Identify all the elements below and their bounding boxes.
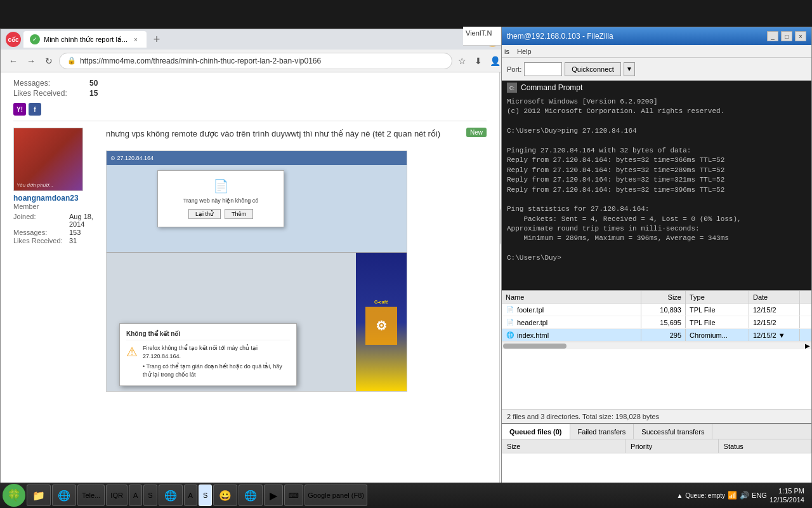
col-priority[interactable]: Priority — [625, 439, 718, 453]
taskbar-clock: 1:15 PM 12/15/2014 — [769, 486, 804, 505]
fz-file-header: Name Size Type Date — [502, 291, 811, 304]
browser-content: Messages: 50 Likes Received: 15 Y! f Yêu… — [1, 72, 507, 501]
taskbar-item-1[interactable]: 📁 — [27, 485, 51, 506]
file-date-header: 12/15/2 — [749, 316, 800, 328]
cmd-line4: C:\Users\Duy>ping 27.120.84.164 — [507, 127, 637, 135]
fz-scrollbar-horizontal[interactable]: ▶ — [502, 342, 811, 349]
file-size-footer: 10,893 — [641, 304, 686, 316]
taskbar-item-web[interactable]: 🌐 — [239, 485, 263, 506]
fz-scrollbar-thumb-h[interactable] — [503, 344, 566, 349]
post-avatar: Yêu đơn phươ... — [13, 128, 83, 191]
port-input[interactable] — [524, 62, 562, 76]
tab-close-button[interactable]: × — [131, 35, 140, 44]
joined-label: Joined: — [13, 213, 64, 228]
taskbar-item-fz[interactable]: S — [199, 485, 212, 506]
quickconnect-arrow[interactable]: ▼ — [624, 62, 635, 76]
post-messages-label: Messages: — [13, 229, 64, 236]
fz-close-btn[interactable]: × — [795, 31, 806, 41]
post-likes-value: 31 — [69, 237, 77, 244]
fz-file-list: Name Size Type Date 📄 footer.tpl 10,893 … — [502, 290, 811, 409]
tray-expand-btn[interactable]: ▲ — [676, 492, 683, 499]
fz-window-controls: _ □ × — [767, 31, 806, 41]
scroll-right-arrow[interactable]: ▶ — [805, 342, 810, 349]
file-row-header[interactable]: 📄 header.tpl 15,695 TPL File 12/15/2 — [502, 316, 811, 329]
fz-queue-tab-active[interactable]: Queued files (0) — [502, 424, 570, 439]
fz-minimize-btn[interactable]: _ — [767, 31, 778, 41]
post-role: Member — [13, 203, 96, 210]
cmd-line10: Reply from 27.120.84.164: bytes=32 time=… — [507, 186, 724, 194]
fz-maximize-btn[interactable]: □ — [781, 31, 792, 41]
col-name-header[interactable]: Name — [502, 291, 641, 303]
back-button[interactable]: ← — [6, 53, 21, 69]
cmd-icon: C: — [507, 83, 517, 93]
quickconnect-button[interactable]: Quickconnect — [565, 62, 621, 76]
taskbar-item-browser[interactable]: 🌐 — [159, 485, 183, 506]
taskbar-item-emoji[interactable]: 😀 — [213, 485, 237, 506]
new-tab-button[interactable]: + — [149, 32, 164, 47]
col-size[interactable]: Size — [502, 439, 625, 453]
fz-title: them@192.168.0.103 - FileZilla — [507, 32, 613, 41]
file-name-header: 📄 header.tpl — [502, 316, 641, 328]
col-status[interactable]: Status — [719, 439, 811, 453]
taskbar-item-chat[interactable]: Tele... — [77, 485, 105, 506]
fz-status-bar: 2 files and 3 directories. Total size: 1… — [502, 409, 811, 423]
dialog-more-btn[interactable]: Thêm — [225, 209, 253, 219]
messages-value: 50 — [89, 79, 98, 88]
col-type-header[interactable]: Type — [686, 291, 749, 303]
file-name-index: 🌐 index.html — [502, 329, 641, 341]
taskbar-item-s[interactable]: S — [143, 485, 157, 506]
forum-area: Messages: 50 Likes Received: 15 Y! f Yêu… — [1, 72, 499, 398]
error-detail-text: • Trang có thể tạm gián đoạn hết hoặc do… — [143, 363, 290, 378]
cmd-line17: C:\Users\Duy> — [507, 254, 561, 262]
dialog-buttons: Lại thử Thêm — [166, 209, 276, 219]
facebook-icon: f — [29, 103, 41, 116]
volume-icon: 🔊 — [740, 491, 749, 500]
browser-window: cốc ✓ Minh chính thức report lầ... × + 😁… — [0, 29, 508, 502]
post-container: Yêu đơn phươ... hoangnamdoan23 Member Jo… — [13, 121, 487, 392]
bookmark-star-icon[interactable]: ☆ — [455, 54, 469, 68]
taskbar-item-2[interactable]: 🌐 — [52, 485, 76, 506]
taskbar-sys-icons: 📶 🔊 ENG — [728, 491, 767, 500]
browser-tab-active[interactable]: ✓ Minh chính thức report lầ... × — [23, 31, 147, 48]
fz-queue-tab-success[interactable]: Successful transfers — [634, 424, 712, 439]
file-size-header: 15,695 — [641, 316, 686, 328]
inner-screenshot-bottom: G-café ⚙ Không thể kết nối ⚠ — [107, 253, 407, 392]
download-icon[interactable]: ⬇ — [471, 54, 485, 68]
cmd-line9: Reply from 27.120.84.164: bytes=32 time=… — [507, 176, 724, 184]
taskbar-item-a[interactable]: A — [129, 485, 142, 506]
file-row-footer[interactable]: 📄 footer.tpl 10,893 TPL File 12/15/2 — [502, 304, 811, 316]
dialog-retry-btn[interactable]: Lại thử — [188, 209, 221, 219]
start-button[interactable]: 🍀 — [3, 484, 25, 507]
col-date-header[interactable]: Date — [749, 291, 800, 303]
address-bar[interactable]: 🔒 https://mmo4me.com/threads/minh-chinh-… — [59, 53, 452, 69]
messages-row: Messages: 50 — [13, 79, 487, 88]
taskbar-item-panel[interactable]: Google panel (F8) — [304, 485, 367, 506]
refresh-button[interactable]: ↻ — [41, 53, 56, 69]
taskbar-item-play[interactable]: ▶ — [264, 485, 283, 506]
nav-icons: ☆ ⬇ 👤 — [455, 54, 502, 68]
taskbar-item-cmd[interactable]: ⌨ — [284, 485, 303, 506]
post-username[interactable]: hoangnamdoan23 — [13, 194, 96, 203]
post-meta: Joined: Aug 18, 2014 Messages: 153 Likes… — [13, 213, 96, 244]
new-badge: New — [466, 128, 487, 137]
fz-menu-help[interactable]: Help — [517, 48, 532, 55]
network-icon: 📶 — [728, 491, 737, 500]
queue-status-text: Queue: empty — [685, 492, 725, 499]
error-warning-icon: ⚠ — [126, 344, 138, 378]
file-type-index: Chromium... — [686, 329, 749, 341]
lang-indicator[interactable]: ENG — [752, 491, 767, 499]
file-date-index: 12/15/2 ▼ — [749, 329, 800, 341]
joined-value: Aug 18, 2014 — [69, 213, 96, 228]
file-row-index[interactable]: 🌐 index.html 295 Chromium... 12/15/2 ▼ — [502, 329, 811, 342]
inner-browser-bar: ⊙ 27.120.84.164 — [107, 151, 407, 165]
inner-dialog: 📄 Trang web này hiện không có Lại thử Th… — [157, 170, 284, 227]
taskbar-item-a2[interactable]: A — [184, 485, 197, 506]
col-size-header[interactable]: Size — [641, 291, 686, 303]
user-profile-icon[interactable]: 👤 — [488, 54, 502, 68]
post-screenshot: ⊙ 27.120.84.164 📄 Trang web này hiện khô… — [106, 150, 407, 392]
file-icon-index: 🌐 — [506, 331, 514, 340]
taskbar-item-iqr[interactable]: IQR — [106, 485, 128, 506]
fz-queue-tab-failed[interactable]: Failed transfers — [570, 424, 634, 439]
fz-menu-is[interactable]: is — [504, 48, 509, 55]
forward-button[interactable]: → — [23, 53, 39, 69]
